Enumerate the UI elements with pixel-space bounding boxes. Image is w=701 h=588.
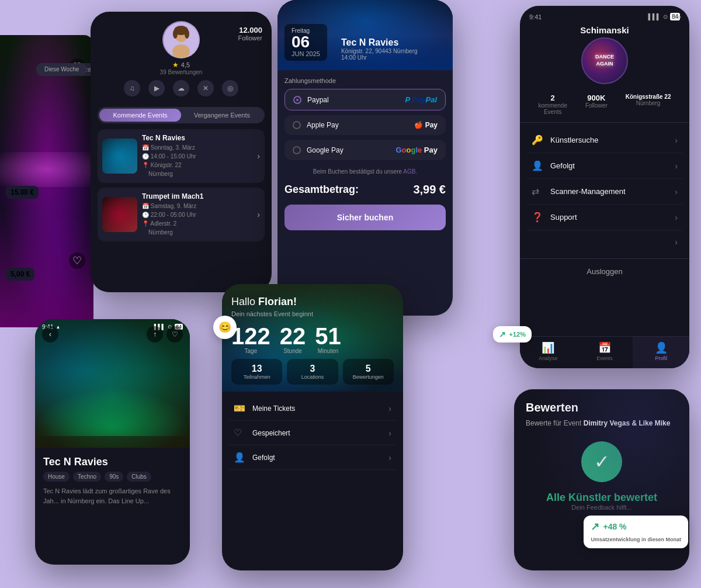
arrow-artist-search: › bbox=[675, 136, 678, 145]
event-title-1: Tec N Ravies bbox=[142, 134, 252, 142]
tag-house: House bbox=[43, 472, 70, 482]
payment-method-applepay[interactable]: Apple Pay 🍎 Pay bbox=[284, 115, 446, 135]
minutes-label: Minuten bbox=[315, 348, 341, 354]
menu-support[interactable]: ❓ Support › bbox=[527, 205, 682, 230]
detail-actions: ↑ ♡ bbox=[147, 326, 183, 343]
card-payment: Freitag 06 JUN 2025 Tec N Ravies Königst… bbox=[277, 0, 453, 316]
menu-tickets[interactable]: 🎫 Meine Tickets › bbox=[229, 396, 396, 421]
event-arrow-1[interactable]: › bbox=[257, 151, 260, 161]
profil-icon: 👤 bbox=[655, 341, 668, 354]
dashboard-name: Florian! bbox=[258, 296, 297, 307]
nav-profil[interactable]: 👤 Profil bbox=[633, 337, 689, 368]
total-row: Gesamtbetrag: 3,99 € bbox=[284, 178, 446, 201]
book-button[interactable]: Sicher buchen bbox=[284, 205, 446, 230]
tab-upcoming[interactable]: Kommende Events bbox=[99, 109, 181, 122]
gpay-logo: Google Pay bbox=[395, 146, 438, 154]
payment-label: Zahlungsmethode bbox=[284, 77, 446, 84]
event-arrow-2[interactable]: › bbox=[257, 210, 260, 219]
menu-followed[interactable]: 👤 Gefolgt › bbox=[527, 153, 682, 179]
arrow-followed: › bbox=[675, 161, 678, 171]
price-tag-2: 5,00 € bbox=[6, 268, 34, 281]
share-button[interactable]: ↑ bbox=[147, 326, 163, 343]
search-key-icon: 🔑 bbox=[532, 134, 544, 146]
analyse-icon: 📊 bbox=[542, 341, 554, 354]
agb-link[interactable]: AGB. bbox=[403, 168, 417, 175]
menu-scanner[interactable]: ⇄ Scanner-Management › bbox=[527, 179, 682, 205]
event-item-2[interactable]: Trumpet im Mach1 📅 Samstag, 9. März 🕐 22… bbox=[98, 188, 265, 241]
check-circle: ✓ bbox=[581, 441, 622, 482]
reviews-count: 39 Bewertungen bbox=[160, 69, 203, 75]
countdown-days: 122 Tage bbox=[231, 324, 270, 354]
price-tag-1: 15.00 € bbox=[6, 186, 39, 199]
instagram-icon[interactable]: ◎ bbox=[222, 80, 238, 96]
radio-applepay bbox=[293, 121, 301, 129]
rating-value: 4,5 bbox=[181, 61, 190, 68]
nav-analyse[interactable]: 📊 Analyse bbox=[520, 337, 577, 368]
event-info-1: Tec N Ravies 📅 Sonntag, 3. März 🕐 14:00 … bbox=[142, 134, 252, 178]
day-num: 06 bbox=[291, 34, 320, 50]
card-profile: 9:41 ▌▌▌ ⊙ 84 ✏ Schimanski DANCEAGAIN 2 … bbox=[520, 6, 689, 368]
event-meta-2: 📅 Samstag, 9. März 🕐 22:00 - 05:00 Uhr 📍… bbox=[142, 202, 252, 237]
applepay-logo: 🍎 Pay bbox=[414, 121, 438, 129]
payment-venue: Königstr. 22, 90443 Nürnberg 14:00 Uhr bbox=[341, 48, 418, 61]
follower-count: 12.000 bbox=[238, 26, 262, 34]
minutes-num: 51 bbox=[315, 324, 341, 348]
twitter-icon[interactable]: ✕ bbox=[197, 80, 214, 96]
total-amount: 3,99 € bbox=[413, 183, 446, 196]
event-item-1[interactable]: Tec N Ravies 📅 Sonntag, 3. März 🕐 14:00 … bbox=[98, 129, 265, 183]
payment-body: Zahlungsmethode Paypal P PayPal Apple Pa… bbox=[277, 70, 453, 237]
bewerten-cta-sub: Dein Feedback hilft... bbox=[526, 504, 678, 511]
bewerten-event-name: Dimitry Vegas & Like Mike bbox=[584, 419, 671, 427]
event-name-block: Tec N Ravies Königstr. 22, 90443 Nürnber… bbox=[341, 37, 418, 61]
bewerten-cta: Alle Künstler bewertet bbox=[526, 492, 678, 504]
menu-gefolgt[interactable]: 👤 Gefolgt › bbox=[229, 445, 396, 470]
umsatz-percent: +48 % bbox=[603, 522, 626, 531]
detail-body: Tec N Ravies House Techno 90s Clubs Tec … bbox=[35, 448, 190, 514]
trend-label: +12% bbox=[509, 331, 526, 338]
bewerten-subtitle: Bewerte für Event Dimitry Vegas & Like M… bbox=[526, 419, 678, 427]
tickets-icon: 🎫 bbox=[234, 403, 247, 414]
hours-label: Stunde bbox=[280, 348, 306, 354]
dashboard-header: Hallo Florian! Dein nächstes Event begin… bbox=[222, 284, 403, 392]
back-button[interactable]: ‹ bbox=[42, 326, 58, 343]
trend-badge: ↗ +12% bbox=[493, 326, 532, 343]
signal-icon: ▌▌▌ bbox=[648, 13, 661, 20]
tiktok-icon[interactable]: ▶ bbox=[148, 80, 165, 96]
social-icons: ♫ ▶ ☁ ✕ ◎ bbox=[124, 75, 238, 99]
profile-menu: 🔑 Künstlersuche › 👤 Gefolgt › ⇄ Scanner-… bbox=[520, 123, 689, 258]
radio-googlepay bbox=[293, 146, 301, 154]
payment-method-googlepay[interactable]: Google Pay Google Pay bbox=[284, 140, 446, 160]
menu-artist-search[interactable]: 🔑 Künstlersuche › bbox=[527, 127, 682, 153]
event-info-2: Trumpet im Mach1 📅 Samstag, 9. März 🕐 22… bbox=[142, 192, 252, 237]
heart-icon-2[interactable]: ♡ bbox=[69, 253, 85, 269]
soundcloud-icon[interactable]: ☁ bbox=[173, 80, 189, 96]
dashboard-greeting: Hallo Florian! bbox=[231, 296, 394, 308]
arrow-tickets: › bbox=[388, 404, 391, 413]
tag-techno: Techno bbox=[73, 472, 101, 482]
menu-extra[interactable]: › bbox=[527, 230, 682, 254]
heart-button[interactable]: ♡ bbox=[166, 326, 183, 343]
svg-point-3 bbox=[173, 29, 178, 39]
days-num: 122 bbox=[231, 324, 270, 348]
follower-badge: 12.000 Follower bbox=[238, 26, 262, 41]
total-label: Gesamtbetrag: bbox=[284, 184, 359, 196]
tab-past[interactable]: Vergangene Events bbox=[181, 109, 263, 122]
umsatz-sub: Umsatzentwicklung in diesen Monat bbox=[591, 537, 681, 544]
edit-icon[interactable]: ✏ bbox=[674, 12, 681, 23]
payment-method-paypal[interactable]: Paypal P PayPal bbox=[284, 89, 446, 110]
emoji-button[interactable]: 😊 bbox=[213, 316, 237, 339]
logout-button[interactable]: Ausloggen bbox=[520, 258, 689, 284]
tag-clubs: Clubs bbox=[127, 472, 151, 482]
profile-username: Schimanski bbox=[520, 23, 689, 37]
event-list: Tec N Ravies 📅 Sonntag, 3. März 🕐 14:00 … bbox=[91, 127, 272, 248]
profile-top-bar: 9:41 ▌▌▌ ⊙ 84 bbox=[520, 6, 689, 23]
detail-title: Tec N Ravies bbox=[43, 456, 182, 468]
dashboard-stats-row: 13 Teilnahmen 3 Locations 5 Bewertungen bbox=[231, 359, 394, 385]
nav-events[interactable]: 📅 Events bbox=[577, 337, 633, 368]
spotify-icon[interactable]: ♫ bbox=[124, 80, 140, 96]
arrow-saved: › bbox=[388, 428, 391, 438]
detail-tags: House Techno 90s Clubs bbox=[43, 472, 182, 482]
payment-event-name: Tec N Ravies bbox=[341, 37, 418, 48]
booking-note: Beim Buchen bestätigst du unsere AGB. bbox=[284, 165, 446, 178]
menu-saved[interactable]: ♡ Gespeichert › bbox=[229, 421, 396, 445]
